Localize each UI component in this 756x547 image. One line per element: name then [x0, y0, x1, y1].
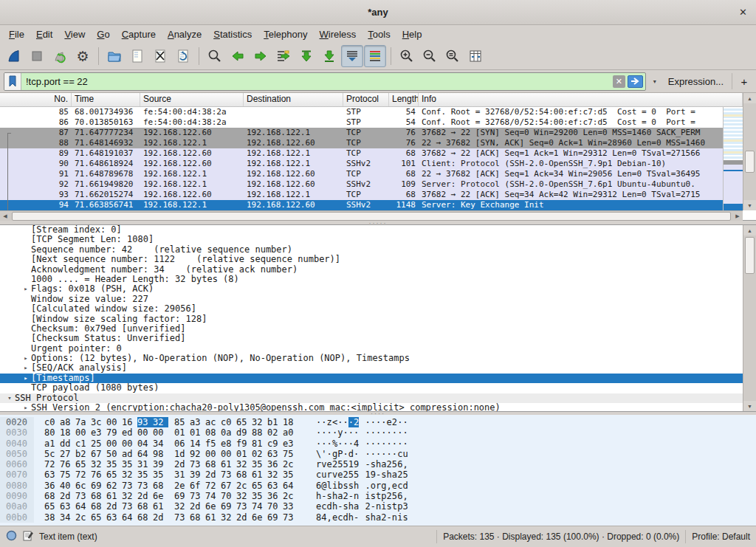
expand-arrow-icon[interactable]: ▸	[21, 284, 31, 294]
column-header-time[interactable]: Time	[72, 93, 140, 106]
close-file-button[interactable]	[149, 45, 171, 67]
scroll-right-icon[interactable]: ▶	[732, 211, 743, 221]
detail-line-2[interactable]: Sequence number: 42 (relative sequence n…	[0, 245, 743, 255]
menu-analyze[interactable]: Analyze	[162, 27, 207, 42]
column-header-no[interactable]: No.	[0, 93, 72, 106]
status-profile[interactable]: Profile: Default	[692, 531, 750, 542]
next-packet-button[interactable]	[250, 45, 272, 67]
start-capture-button[interactable]	[3, 45, 25, 67]
colorize-button[interactable]	[364, 45, 386, 67]
detail-line-12[interactable]: Urgent pointer: 0	[0, 344, 743, 354]
menu-capture[interactable]: Capture	[116, 27, 162, 42]
detail-line-1[interactable]: [TCP Segment Len: 1080]	[0, 235, 743, 244]
open-file-button[interactable]	[103, 45, 126, 67]
detail-line-11[interactable]: [Checksum Status: Unverified]	[0, 334, 743, 343]
packet-row-87[interactable]: 8771.647777234192.168.122.60192.168.122.…	[0, 128, 723, 138]
expression-button[interactable]: Expression...	[664, 76, 728, 87]
expert-info-button[interactable]	[6, 530, 17, 543]
filter-history-dropdown[interactable]: ▾	[650, 74, 660, 89]
detail-line-18[interactable]: ▸SSH Version 2 (encryption:chacha20-poly…	[0, 403, 743, 412]
detail-line-7[interactable]: Window size value: 227	[0, 295, 743, 304]
stop-capture-button[interactable]	[26, 45, 48, 67]
previous-packet-button[interactable]	[227, 45, 249, 67]
column-header-source[interactable]: Source	[140, 93, 244, 106]
resize-columns-button[interactable]	[464, 45, 487, 67]
collapse-arrow-icon[interactable]: ▾	[4, 393, 15, 403]
capture-options-button[interactable]: ⚙	[72, 45, 94, 67]
intelligent-scrollbar-minimap[interactable]	[723, 107, 743, 210]
scroll-thumb[interactable]	[12, 212, 731, 221]
hex-row-0040[interactable]: 0040a1ddc125000004340614f5e8f981c9e3···%…	[0, 438, 756, 449]
hex-row-00a0[interactable]: 00a0656364682d736861322d6e6973747033ecdh…	[0, 501, 756, 512]
packet-row-93[interactable]: 9371.662015274192.168.122.60192.168.122.…	[0, 190, 723, 200]
hex-row-0020[interactable]: 0020c0a87a3c0016933285a3acc06532b118··z<…	[0, 417, 756, 427]
zoom-in-button[interactable]	[396, 45, 418, 67]
restart-capture-button[interactable]	[49, 45, 71, 67]
detail-line-8[interactable]: [Calculated window size: 29056]	[0, 304, 743, 314]
hex-row-0070[interactable]: 0070637572766532353531392d7368613235curv…	[0, 469, 756, 480]
menu-go[interactable]: Go	[91, 27, 115, 42]
packet-row-89[interactable]: 8971.648191037192.168.122.60192.168.122.…	[0, 148, 723, 159]
detail-line-5[interactable]: 1000 .... = Header Length: 32 bytes (8)	[0, 275, 743, 284]
packet-row-86[interactable]: 8670.013850163fe:54:00:d4:38:2aSTP54Conf…	[0, 117, 723, 128]
detail-line-13[interactable]: ▸Options: (12 bytes), No-Operation (NOP)…	[0, 354, 743, 363]
zoom-out-button[interactable]	[419, 45, 441, 67]
column-header-protocol[interactable]: Protocol	[343, 93, 389, 106]
packet-row-88[interactable]: 8871.648146932192.168.122.1192.168.122.6…	[0, 138, 723, 148]
detail-line-0[interactable]: [Stream index: 0]	[0, 225, 743, 235]
detail-line-14[interactable]: ▸[SEQ/ACK analysis]	[0, 363, 743, 373]
menu-edit[interactable]: Edit	[30, 27, 58, 42]
clear-filter-button[interactable]: ✕	[613, 75, 625, 88]
scroll-up-icon[interactable]: ▲	[743, 93, 756, 103]
expand-arrow-icon[interactable]: ▸	[21, 354, 31, 363]
column-header-length[interactable]: Length	[389, 93, 419, 106]
detail-line-6[interactable]: ▸Flags: 0x018 (PSH, ACK)	[0, 284, 743, 294]
menu-statistics[interactable]: Statistics	[207, 27, 258, 42]
hex-row-0050[interactable]: 00505c27b26750ad64981d92000001026375\'·g…	[0, 449, 756, 459]
scroll-down-icon[interactable]: ▼	[743, 200, 756, 210]
find-packet-button[interactable]	[204, 45, 226, 67]
detail-line-10[interactable]: Checksum: 0x79ed [unverified]	[0, 324, 743, 334]
zoom-original-button[interactable]	[441, 45, 464, 67]
detail-line-16[interactable]: TCP payload (1080 bytes)	[0, 383, 743, 393]
detail-line-4[interactable]: Acknowledgment number: 34 (relative ack …	[0, 265, 743, 275]
scroll-thumb[interactable]	[745, 237, 755, 274]
auto-scroll-button[interactable]	[341, 45, 363, 67]
column-header-info[interactable]: Info	[419, 93, 743, 106]
scroll-thumb[interactable]	[745, 151, 755, 173]
menu-telephony[interactable]: Telephony	[258, 27, 313, 42]
menu-wireless[interactable]: Wireless	[314, 27, 362, 42]
hex-row-0080[interactable]: 008036406c69627373682e6f72672c6563646@li…	[0, 481, 756, 491]
menu-help[interactable]: Help	[396, 27, 428, 42]
column-header-destination[interactable]: Destination	[244, 93, 343, 106]
packet-row-90[interactable]: 9071.648618924192.168.122.60192.168.122.…	[0, 159, 723, 169]
reload-file-button[interactable]	[172, 45, 194, 67]
detail-vscrollbar[interactable]: ▲ ▼	[743, 225, 756, 411]
packet-list-hscrollbar[interactable]: ◀ ▶	[0, 210, 743, 221]
hex-row-0060[interactable]: 006072766532353531392d7368613235362crve2…	[0, 459, 756, 469]
last-packet-button[interactable]	[318, 45, 340, 67]
scroll-left-icon[interactable]: ◀	[0, 211, 10, 221]
filter-bookmark-button[interactable]	[4, 73, 21, 90]
hex-row-0090[interactable]: 0090682d736861322d6e697374703235362ch-sh…	[0, 491, 756, 501]
close-window-button[interactable]: ✕	[739, 7, 747, 18]
packet-list-vscrollbar[interactable]: ▲ ▼	[743, 93, 756, 210]
detail-line-17[interactable]: ▾SSH Protocol	[0, 393, 743, 403]
apply-filter-button[interactable]	[628, 75, 643, 88]
goto-packet-button[interactable]	[272, 45, 295, 67]
add-filter-button[interactable]: +	[736, 75, 752, 89]
first-packet-button[interactable]	[295, 45, 317, 67]
hex-row-00b0[interactable]: 00b038342c656364682d736861322d6e697384,e…	[0, 512, 756, 523]
detail-line-15[interactable]: ▸[Timestamps]	[0, 374, 743, 383]
packet-row-91[interactable]: 9171.648789678192.168.122.1192.168.122.6…	[0, 169, 723, 179]
detail-line-9[interactable]: [Window size scaling factor: 128]	[0, 314, 743, 324]
expand-arrow-icon[interactable]: ▸	[21, 363, 31, 373]
detail-line-3[interactable]: [Next sequence number: 1122 (relative se…	[0, 255, 743, 264]
menu-file[interactable]: File	[3, 27, 30, 42]
menu-tools[interactable]: Tools	[362, 27, 396, 42]
menu-view[interactable]: View	[58, 27, 91, 42]
scroll-down-icon[interactable]: ▼	[743, 401, 756, 411]
packet-row-85[interactable]: 8568.001734936fe:54:00:d4:38:2aSTP54Conf…	[0, 107, 723, 117]
packet-row-94[interactable]: 9471.663856741192.168.122.1192.168.122.6…	[0, 200, 723, 210]
expand-arrow-icon[interactable]: ▸	[21, 374, 31, 383]
